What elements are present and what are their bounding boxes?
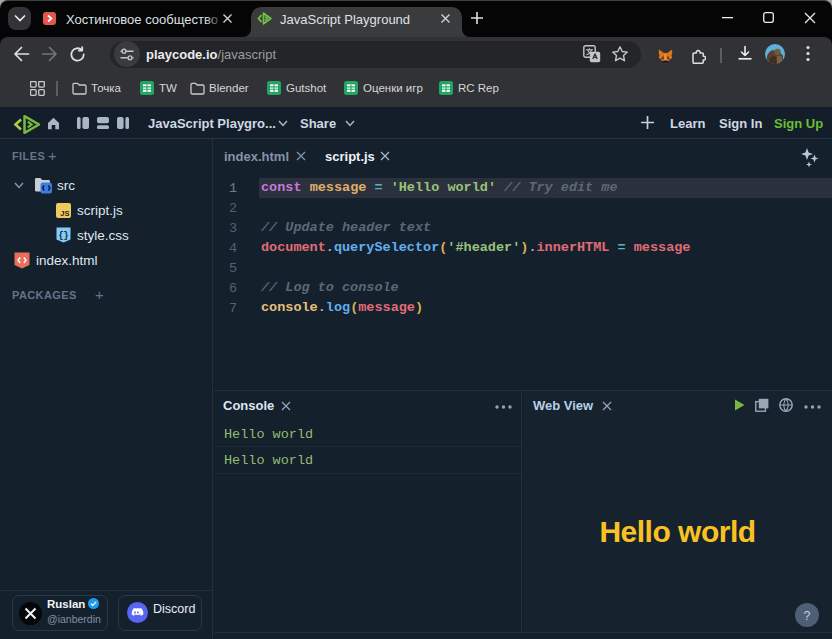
svg-text:JS: JS xyxy=(60,209,69,218)
svg-text:{}: {} xyxy=(58,231,68,241)
svg-text:?: ? xyxy=(804,609,811,623)
